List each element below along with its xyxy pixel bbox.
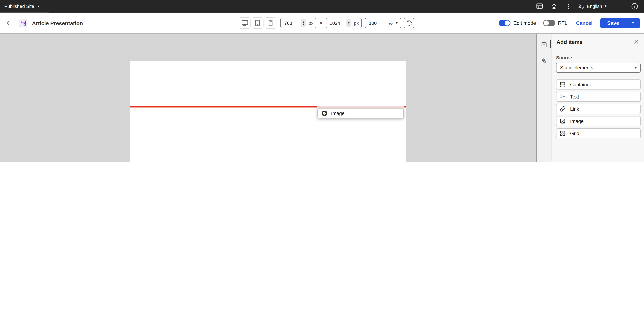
device-toggle-group	[239, 17, 276, 29]
page-title: Article Presentation	[32, 20, 83, 26]
console-window-icon[interactable]	[536, 2, 544, 10]
language-selector[interactable]: 文A English ▾	[578, 3, 606, 10]
back-arrow-button[interactable]	[6, 19, 14, 27]
app-window: Published Site ▾ ⋮ 文A English ▾	[0, 0, 644, 162]
preview-canvas[interactable]: Image	[0, 34, 536, 162]
editor-toolbar: Article Presentation	[0, 12, 644, 34]
image-icon	[560, 118, 566, 124]
rotate-viewport-button[interactable]	[404, 18, 414, 28]
viewport-controls: ▲▼ px × ▲▼ px 100 % ▾	[239, 12, 414, 34]
edit-mode-label: Edit mode	[513, 20, 536, 26]
element-list: Container Text	[556, 80, 640, 138]
zoom-value: 100	[369, 20, 376, 26]
drop-indicator-highlight	[318, 106, 404, 108]
width-stepper[interactable]: ▲▼	[301, 20, 306, 26]
save-options-button[interactable]: ▾	[626, 18, 640, 28]
source-select[interactable]: Static elements ▾	[556, 63, 640, 72]
panel-body: Source Static elements ▾ Container	[552, 50, 644, 138]
chevron-down-icon: ▾	[632, 21, 634, 25]
published-site-label: Published Site	[4, 4, 34, 9]
edit-mode-toggle[interactable]	[498, 20, 510, 26]
topbar-actions: ⋮ 文A English ▾	[536, 2, 644, 10]
width-unit-label: px	[308, 20, 314, 26]
toolbar-right: Edit mode RTL Cancel Save ▾	[498, 12, 640, 34]
add-items-tab-button[interactable]	[539, 40, 548, 49]
chevron-down-icon: ▾	[38, 4, 40, 8]
device-mobile-button[interactable]	[264, 17, 276, 29]
device-tablet-button[interactable]	[252, 17, 264, 29]
active-tab-indicator	[550, 40, 551, 48]
viewport-width-input[interactable]	[284, 20, 296, 26]
source-label: Source	[556, 55, 640, 60]
panel-header: Add items	[552, 34, 644, 50]
translate-icon: 文A	[578, 3, 584, 10]
element-image-button[interactable]: Image	[556, 116, 640, 126]
editor-content: Image	[0, 34, 644, 162]
save-button[interactable]: Save	[600, 18, 626, 28]
element-text-button[interactable]: Text	[556, 92, 640, 102]
chevron-down-icon: ▾	[396, 21, 398, 25]
info-icon[interactable]	[630, 2, 639, 10]
viewport-width-field[interactable]: ▲▼ px	[280, 18, 316, 28]
dimensions-times-separator: ×	[320, 20, 322, 26]
panel-rail	[536, 34, 552, 162]
height-stepper[interactable]: ▲▼	[346, 20, 352, 26]
top-bar: Published Site ▾ ⋮ 文A English ▾	[0, 0, 644, 12]
panel-title: Add items	[556, 39, 582, 45]
device-desktop-button[interactable]	[239, 17, 250, 29]
kebab-menu-icon[interactable]: ⋮	[564, 2, 573, 10]
container-icon	[560, 82, 566, 87]
viewport-height-field[interactable]: ▲▼ px	[326, 18, 362, 28]
dragged-element-label: Image	[331, 110, 344, 116]
link-icon	[560, 106, 566, 112]
language-label: English	[587, 4, 602, 9]
zoom-select[interactable]: 100 % ▾	[365, 18, 401, 28]
close-icon[interactable]	[634, 40, 639, 44]
styles-brush-tab-button[interactable]	[539, 56, 548, 66]
add-items-panel: Add items Source Static elements ▾	[552, 34, 644, 162]
element-link-button[interactable]: Link	[556, 104, 640, 114]
text-icon	[560, 94, 566, 100]
source-select-value: Static elements	[560, 65, 593, 70]
chevron-down-icon: ▾	[635, 66, 637, 70]
panel-divider	[552, 76, 644, 77]
viewport-height-input[interactable]	[330, 20, 342, 26]
save-split-button: Save ▾	[600, 18, 640, 28]
cancel-button[interactable]: Cancel	[576, 20, 592, 26]
zoom-unit-label: %	[388, 20, 392, 26]
page-surface[interactable]: Image	[130, 60, 406, 162]
dragged-image-element[interactable]: Image	[318, 108, 404, 118]
height-unit-label: px	[354, 20, 359, 26]
element-grid-button[interactable]: Grid	[556, 128, 640, 138]
chevron-down-icon: ▾	[605, 4, 606, 8]
rtl-label: RTL	[558, 20, 567, 26]
published-site-dropdown[interactable]: Published Site ▾	[0, 0, 44, 12]
presentation-asset-icon	[19, 19, 27, 27]
element-container-button[interactable]: Container	[556, 80, 640, 90]
rtl-toggle[interactable]	[543, 20, 555, 26]
toolbar-left: Article Presentation	[0, 19, 83, 27]
home-icon[interactable]	[550, 2, 558, 10]
grid-icon	[560, 130, 566, 136]
